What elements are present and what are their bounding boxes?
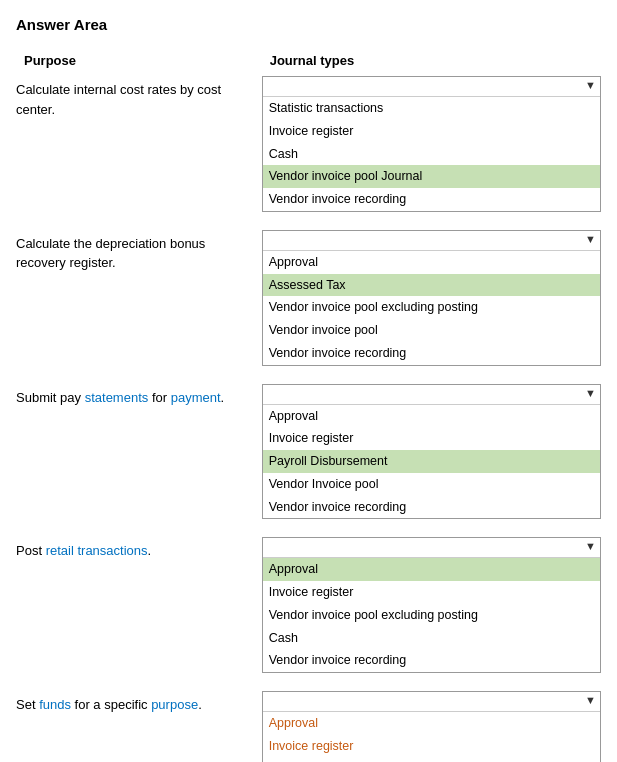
dropdown-item-2-5[interactable]: Vendor invoice recording: [263, 342, 600, 365]
journal-cell-5: ▼ApprovalInvoice registerVendor invoice …: [262, 687, 601, 762]
header-journal-types: Journal types: [262, 49, 601, 72]
purpose-cell-5: Set funds for a specific purpose.: [16, 687, 262, 762]
header-purpose: Purpose: [16, 49, 262, 72]
dropdown-item-1-4[interactable]: Vendor invoice pool Journal: [263, 165, 600, 188]
purpose-cell-3: Submit pay statements for payment.: [16, 380, 262, 528]
dropdown-item-5-1[interactable]: Approval: [263, 712, 600, 735]
dropdown-item-1-1[interactable]: Statistic transactions: [263, 97, 600, 120]
dropdown-item-3-5[interactable]: Vendor invoice recording: [263, 496, 600, 519]
purpose-text-5: Set funds for a specific purpose.: [16, 697, 202, 712]
journal-cell-1: ▼Statistic transactionsInvoice registerC…: [262, 72, 601, 220]
purpose-text-1: Calculate internal cost rates by cost ce…: [16, 82, 221, 117]
dropdown-item-1-3[interactable]: Cash: [263, 143, 600, 166]
dropdown-arrow-3[interactable]: ▼: [585, 387, 596, 402]
dropdown-arrow-1[interactable]: ▼: [585, 79, 596, 94]
answer-row-5: Set funds for a specific purpose.▼Approv…: [16, 687, 601, 762]
answer-row-1: Calculate internal cost rates by cost ce…: [16, 72, 601, 220]
answer-row-4: Post retail transactions.▼ApprovalInvoic…: [16, 533, 601, 681]
dropdown-item-3-4[interactable]: Vendor Invoice pool: [263, 473, 600, 496]
page-title: Answer Area: [16, 16, 601, 33]
dropdown-item-1-2[interactable]: Invoice register: [263, 120, 600, 143]
journal-cell-2: ▼ApprovalAssessed TaxVendor invoice pool…: [262, 226, 601, 374]
dropdown-2[interactable]: ▼ApprovalAssessed TaxVendor invoice pool…: [262, 230, 601, 366]
dropdown-item-3-1[interactable]: Approval: [263, 405, 600, 428]
dropdown-item-1-5[interactable]: Vendor invoice recording: [263, 188, 600, 211]
purpose-cell-2: Calculate the depreciation bonus recover…: [16, 226, 262, 374]
dropdown-4[interactable]: ▼ApprovalInvoice registerVendor invoice …: [262, 537, 601, 673]
dropdown-item-2-3[interactable]: Vendor invoice pool excluding posting: [263, 296, 600, 319]
dropdown-arrow-2[interactable]: ▼: [585, 233, 596, 248]
dropdown-arrow-5[interactable]: ▼: [585, 694, 596, 709]
dropdown-item-2-2[interactable]: Assessed Tax: [263, 274, 600, 297]
purpose-text-2: Calculate the depreciation bonus recover…: [16, 236, 205, 271]
dropdown-item-3-3[interactable]: Payroll Disbursement: [263, 450, 600, 473]
dropdown-item-3-2[interactable]: Invoice register: [263, 427, 600, 450]
answer-row-2: Calculate the depreciation bonus recover…: [16, 226, 601, 374]
dropdown-item-4-2[interactable]: Invoice register: [263, 581, 600, 604]
dropdown-5[interactable]: ▼ApprovalInvoice registerVendor invoice …: [262, 691, 601, 762]
purpose-text-4: Post retail transactions.: [16, 543, 151, 558]
dropdown-item-4-5[interactable]: Vendor invoice recording: [263, 649, 600, 672]
dropdown-arrow-4[interactable]: ▼: [585, 540, 596, 555]
dropdown-item-2-1[interactable]: Approval: [263, 251, 600, 274]
dropdown-item-4-1[interactable]: Approval: [263, 558, 600, 581]
dropdown-1[interactable]: ▼Statistic transactionsInvoice registerC…: [262, 76, 601, 212]
purpose-cell-1: Calculate internal cost rates by cost ce…: [16, 72, 262, 220]
answer-row-3: Submit pay statements for payment.▼Appro…: [16, 380, 601, 528]
dropdown-item-4-3[interactable]: Vendor invoice pool excluding posting: [263, 604, 600, 627]
journal-cell-4: ▼ApprovalInvoice registerVendor invoice …: [262, 533, 601, 681]
journal-cell-3: ▼ApprovalInvoice registerPayroll Disburs…: [262, 380, 601, 528]
dropdown-3[interactable]: ▼ApprovalInvoice registerPayroll Disburs…: [262, 384, 601, 520]
dropdown-item-5-2[interactable]: Invoice register: [263, 735, 600, 758]
dropdown-item-5-3[interactable]: Vendor invoice pool excluding posting: [263, 758, 600, 763]
dropdown-item-2-4[interactable]: Vendor invoice pool: [263, 319, 600, 342]
purpose-cell-4: Post retail transactions.: [16, 533, 262, 681]
dropdown-item-4-4[interactable]: Cash: [263, 627, 600, 650]
purpose-text-3: Submit pay statements for payment.: [16, 390, 224, 405]
